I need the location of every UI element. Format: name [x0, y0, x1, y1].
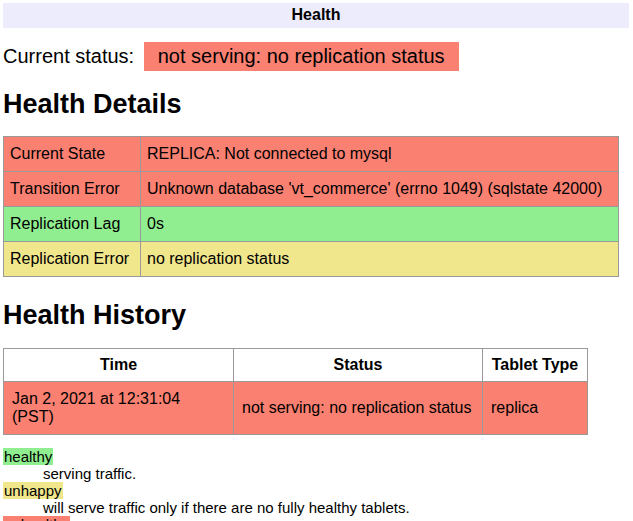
- page-title-bar: Health: [3, 3, 629, 28]
- column-header-tablet-type: Tablet Type: [483, 349, 588, 382]
- health-details-heading: Health Details: [3, 89, 629, 120]
- detail-row-replication-lag: Replication Lag 0s: [4, 207, 619, 242]
- history-header-row: Time Status Tablet Type: [4, 349, 588, 382]
- health-details-table: Current State REPLICA: Not connected to …: [3, 136, 619, 277]
- legend-term-unhealthy: unhealthy: [3, 516, 629, 521]
- current-status-badge: not serving: no replication status: [144, 42, 459, 71]
- detail-row-transition-error: Transition Error Unknown database 'vt_co…: [4, 172, 619, 207]
- detail-row-current-state: Current State REPLICA: Not connected to …: [4, 137, 619, 172]
- detail-value: REPLICA: Not connected to mysql: [141, 137, 619, 172]
- history-status-cell: not serving: no replication status: [234, 382, 483, 435]
- history-row: Jan 2, 2021 at 12:31:04 (PST) not servin…: [4, 382, 588, 435]
- column-header-time: Time: [4, 349, 234, 382]
- current-status-line: Current status: not serving: no replicat…: [3, 41, 629, 71]
- detail-label: Replication Error: [4, 242, 141, 277]
- detail-row-replication-error: Replication Error no replication status: [4, 242, 619, 277]
- current-status-label: Current status:: [3, 45, 134, 67]
- page-title: Health: [292, 6, 341, 23]
- column-header-status: Status: [234, 349, 483, 382]
- detail-value: Unknown database 'vt_commerce' (errno 10…: [141, 172, 619, 207]
- legend-term-unhappy: unhappy: [3, 482, 629, 499]
- legend-term-unhealthy-label: unhealthy: [3, 516, 70, 521]
- detail-label: Current State: [4, 137, 141, 172]
- detail-label: Transition Error: [4, 172, 141, 207]
- legend-description-unhappy: will serve traffic only if there are no …: [43, 499, 629, 516]
- history-tablet-type-cell: replica: [483, 382, 588, 435]
- legend-term-unhappy-label: unhappy: [3, 482, 63, 499]
- detail-label: Replication Lag: [4, 207, 141, 242]
- health-history-table: Time Status Tablet Type Jan 2, 2021 at 1…: [3, 348, 588, 435]
- detail-value: 0s: [141, 207, 619, 242]
- history-time-cell: Jan 2, 2021 at 12:31:04 (PST): [4, 382, 234, 435]
- detail-value: no replication status: [141, 242, 619, 277]
- legend-term-healthy: healthy: [3, 448, 629, 465]
- status-legend: healthy serving traffic. unhappy will se…: [3, 448, 629, 521]
- legend-term-healthy-label: healthy: [3, 448, 53, 465]
- health-history-heading: Health History: [3, 300, 629, 331]
- legend-description-healthy: serving traffic.: [43, 465, 629, 482]
